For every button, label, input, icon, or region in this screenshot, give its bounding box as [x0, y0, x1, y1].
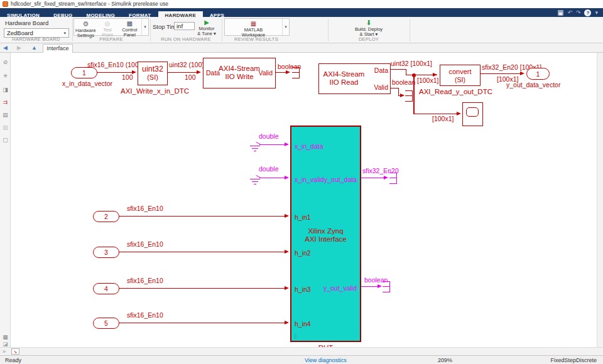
zoom-fit-icon[interactable]: ◪: [0, 341, 11, 347]
ground-block[interactable]: [249, 173, 262, 186]
inport-4[interactable]: 4: [93, 283, 119, 294]
block-iio-read[interactable]: AXI4-Stream IIO Read Data Valid: [318, 63, 391, 94]
signal-label: sfix16_En10: [127, 205, 163, 212]
terminator-block[interactable]: [292, 67, 300, 78]
block-axi-read-dtc[interactable]: convert (SI): [440, 65, 481, 86]
wire-y-out-data[interactable]: [361, 178, 387, 178]
monitor-tune-button[interactable]: ▶ Monitor & Tune ▾: [190, 18, 223, 36]
canvas-palette: ⊘ ✳ ◨ ⇉ ▤ ▨ ▢ ▦ ◪: [0, 53, 11, 347]
signal-label: sfix16_En10: [127, 277, 163, 284]
ribbon-divider: [410, 19, 410, 41]
review-results-caret-icon[interactable]: ▾: [282, 19, 289, 35]
terminator-block[interactable]: [405, 90, 413, 102]
hide-markup-icon[interactable]: ⊘: [0, 59, 11, 65]
outport-1[interactable]: 1: [526, 68, 550, 80]
subsystem-icon[interactable]: ◨: [0, 87, 11, 93]
inport-2[interactable]: 2: [93, 211, 119, 222]
status-ready: Ready: [5, 357, 21, 363]
title-bar: hdlcoder_sfir_fixed_stream_sw/Interface …: [0, 0, 603, 8]
signal-label: sfix16_En10: [127, 311, 163, 319]
prepare-caret-icon[interactable]: ▾: [141, 19, 148, 35]
review-results-panel: ▦ MATLAB Workspace ▾: [224, 18, 290, 36]
block-axi-write-dtc[interactable]: uint32 (SI): [138, 62, 168, 85]
wire-h-in4[interactable]: [119, 323, 285, 323]
up-to-parent-icon[interactable]: ▲: [31, 45, 37, 51]
annotation-icon[interactable]: ▤: [0, 112, 11, 118]
viewmarks-icon[interactable]: ▦: [0, 334, 11, 340]
arrowhead: [285, 176, 289, 179]
arrowhead: [400, 94, 405, 97]
control-panel-icon: ▩: [127, 20, 133, 28]
solver-name[interactable]: FixedStepDiscrete: [550, 357, 597, 363]
inport-1[interactable]: 1: [71, 67, 97, 78]
signal-label: sfix16_En10 (100): [87, 61, 141, 68]
iio-read-port-valid: Valid: [374, 83, 388, 91]
dut-port-x-in-valid: x_in_valid: [295, 176, 324, 183]
redo-icon[interactable]: ↷: [576, 8, 581, 17]
workspace-icon: ▦: [251, 20, 256, 28]
signal-routing-icon[interactable]: ⇉: [0, 99, 11, 105]
arrowhead: [285, 250, 289, 254]
horizontal-scrollbar[interactable]: » ➘: [0, 347, 603, 355]
signal-label: double: [259, 132, 279, 140]
wire-double-2[interactable]: [259, 178, 286, 178]
status-bar: Ready View diagnostics 209% FixedStepDis…: [0, 355, 603, 364]
toolstrip-tab-row: SIMULATIONDEBUGMODELINGFORMATHARDWAREAPP…: [0, 8, 603, 17]
scope-block[interactable]: [462, 102, 483, 126]
inport-5[interactable]: 5: [93, 318, 119, 329]
section-hardware-board: HARDWARE BOARD: [0, 36, 72, 43]
adjust-view-icon[interactable]: ✳: [0, 73, 11, 79]
quick-access-caret-icon[interactable]: ▾: [595, 8, 598, 17]
section-prepare: PREPARE: [72, 36, 150, 43]
arrowhead: [285, 286, 289, 290]
help-icon[interactable]: ?: [584, 9, 591, 16]
dut-port-h-in2: h_in2: [295, 249, 311, 257]
back-icon[interactable]: ◀: [3, 45, 8, 51]
image-icon[interactable]: ▨: [0, 124, 11, 131]
wire-h-in3[interactable]: [119, 288, 285, 289]
view-diagnostics-link[interactable]: View diagnostics: [305, 357, 347, 363]
wire-double-1[interactable]: [259, 144, 286, 145]
quick-access-toolbar: ↶ ↷ ? ▾: [558, 8, 598, 17]
matlab-workspace-button[interactable]: ▦ MATLAB Workspace: [225, 19, 282, 35]
block-dut[interactable]: Xilinx Zynq AXI Interface x_in_data x_in…: [290, 126, 361, 342]
wire-h-in2[interactable]: [119, 252, 285, 252]
test-point-icon: ◎: [105, 20, 111, 28]
iio-read-port-data: Data: [374, 67, 388, 74]
inport-3[interactable]: 3: [93, 247, 119, 258]
undo-icon[interactable]: ↶: [567, 8, 572, 17]
inport-1-number: 1: [82, 69, 86, 77]
system-tab-interface[interactable]: Interface: [43, 44, 73, 53]
control-panel-button[interactable]: ▩ Control Panel: [117, 19, 141, 35]
signal-label: uint32 (100): [169, 61, 204, 68]
block-caption: AXI_Read_y_out_DTC: [419, 88, 492, 95]
arrowhead: [378, 284, 382, 288]
expand-palette-icon[interactable]: »: [3, 348, 6, 355]
save-icon[interactable]: [558, 10, 563, 16]
hardware-settings-button[interactable]: ⚙ Hardware Settings: [74, 19, 97, 35]
dut-title-line2: AXI Interface: [291, 235, 360, 244]
test-point-button[interactable]: ◎ Test Point: [97, 19, 118, 35]
dut-port-y-out-valid: y_out_valid: [323, 284, 357, 292]
block-iio-write[interactable]: Data Valid AXI4-Stream IIO Write: [203, 58, 276, 88]
forward-icon[interactable]: ▶: [17, 45, 21, 51]
overview-icon[interactable]: ➘: [11, 348, 19, 355]
hardware-board-value: ZedBoard: [7, 29, 33, 36]
signal-width-label: 100: [122, 73, 133, 81]
signal-width-label: 100: [185, 73, 196, 81]
arrowhead: [286, 70, 290, 74]
ground-block[interactable]: [249, 140, 262, 153]
arrowhead: [285, 142, 289, 146]
gear-icon: ⚙: [82, 20, 89, 28]
build-deploy-start-button[interactable]: ⬇ Build, Deploy & Start ▾: [345, 18, 392, 36]
section-run-on-hardware: RUN ON HARDWARE: [150, 36, 222, 43]
inport-2-number: 2: [104, 213, 108, 220]
deploy-icon: ⬇: [366, 19, 371, 27]
area-box-icon[interactable]: ▢: [0, 137, 11, 143]
dtc-read-line1: convert: [440, 68, 480, 76]
inport-5-number: 5: [104, 319, 108, 327]
wire-h-in1[interactable]: [119, 216, 285, 217]
wire-read-data[interactable]: [391, 69, 406, 70]
vertical-scrollbar[interactable]: [597, 53, 603, 347]
wire-y-out[interactable]: [481, 73, 521, 74]
